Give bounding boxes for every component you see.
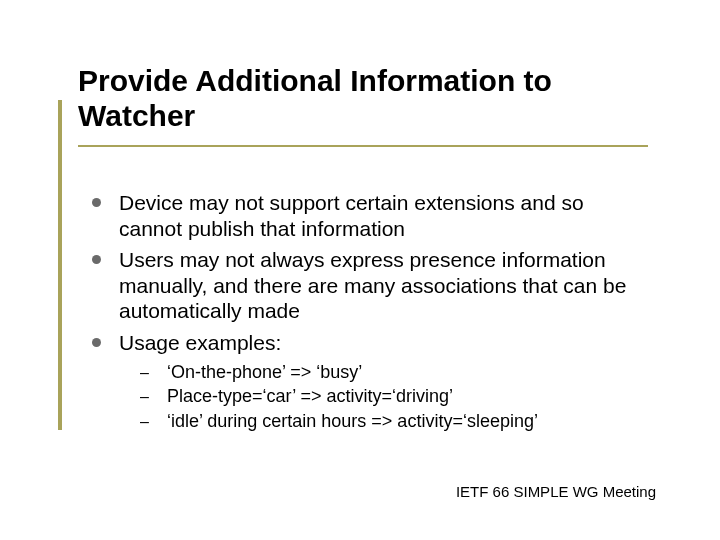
sub-bullet-list: – ‘On-the-phone’ => ‘busy’ – Place-type=… <box>140 362 652 433</box>
bullet-item: Users may not always express presence in… <box>92 247 652 324</box>
bullet-item: Usage examples: <box>92 330 652 356</box>
footer-text: IETF 66 SIMPLE WG Meeting <box>456 483 656 500</box>
bullet-text: Device may not support certain extension… <box>119 190 652 241</box>
bullet-dot-icon <box>92 338 101 347</box>
bullet-dot-icon <box>92 198 101 207</box>
bullet-text: Users may not always express presence in… <box>119 247 652 324</box>
slide-title: Provide Additional Information to Watche… <box>78 64 658 133</box>
dash-icon: – <box>140 364 149 382</box>
bullet-item: Device may not support certain extension… <box>92 190 652 241</box>
slide: Provide Additional Information to Watche… <box>0 0 720 540</box>
sub-bullet-item: – ‘idle’ during certain hours => activit… <box>140 411 652 433</box>
sub-bullet-item: – ‘On-the-phone’ => ‘busy’ <box>140 362 652 384</box>
bullet-text: Usage examples: <box>119 330 652 356</box>
dash-icon: – <box>140 388 149 406</box>
sub-bullet-text: ‘On-the-phone’ => ‘busy’ <box>167 362 652 384</box>
dash-icon: – <box>140 413 149 431</box>
bullet-dot-icon <box>92 255 101 264</box>
content-area: Device may not support certain extension… <box>92 190 652 435</box>
sub-bullet-item: – Place-type=‘car’ => activity=‘driving’ <box>140 386 652 408</box>
sub-bullet-text: ‘idle’ during certain hours => activity=… <box>167 411 652 433</box>
title-underline <box>78 145 648 147</box>
accent-vertical-line <box>58 100 62 430</box>
sub-bullet-text: Place-type=‘car’ => activity=‘driving’ <box>167 386 652 408</box>
